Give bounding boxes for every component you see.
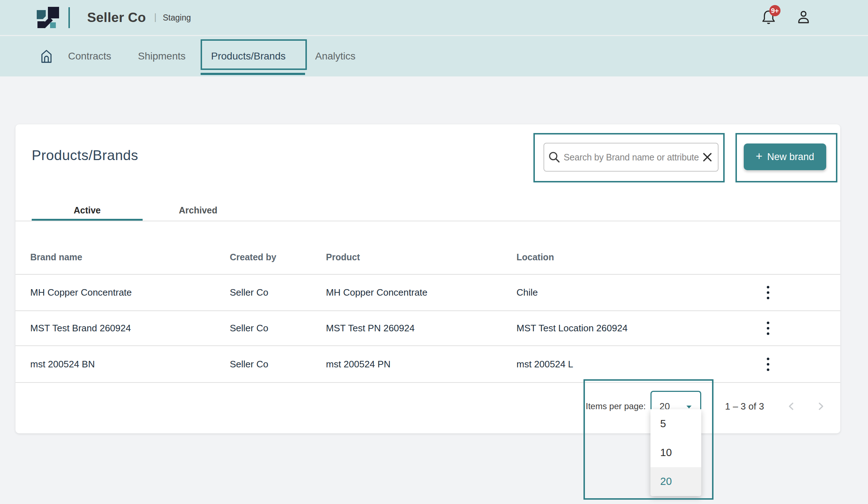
search-input[interactable] [564, 152, 702, 163]
menu-option-5[interactable]: 5 [650, 409, 701, 438]
cell-brand-name: mst 200524 BN [30, 359, 230, 370]
user-icon [796, 9, 811, 26]
row-actions-menu[interactable] [765, 319, 771, 337]
cell-created-by: Seller Co [230, 323, 326, 334]
caret-down-icon [686, 406, 692, 408]
tab-archived[interactable]: Archived [143, 199, 254, 221]
next-page-button[interactable] [815, 401, 826, 412]
tabs: Active Archived [32, 199, 254, 221]
search-box[interactable] [543, 143, 719, 172]
company-logo [36, 6, 60, 28]
nav-shipments[interactable]: Shipments [138, 36, 185, 76]
items-per-page-menu: 5 10 20 [650, 409, 701, 496]
cell-brand-name: MH Copper Concentrate [30, 287, 230, 298]
nav-analytics[interactable]: Analytics [315, 36, 355, 76]
cell-created-by: Seller Co [230, 287, 326, 298]
page-title: Products/Brands [32, 147, 138, 163]
active-nav-indicator [201, 73, 305, 75]
column-brand-name: Brand name [30, 252, 230, 262]
column-location: Location [516, 252, 747, 262]
nav-products-brands[interactable]: Products/Brands [211, 36, 286, 76]
row-actions-menu[interactable] [765, 284, 771, 301]
environment-label: Staging [163, 13, 191, 23]
app-root: Seller Co | Staging 9+ Contracts Shipmen… [0, 0, 868, 504]
clear-search-icon[interactable] [702, 152, 713, 163]
plus-icon: + [756, 150, 762, 163]
items-per-page-select[interactable]: 20 [650, 391, 701, 409]
cell-location: Chile [516, 287, 747, 298]
table-header: Brand name Created by Product Location [15, 221, 840, 275]
home-icon[interactable] [39, 48, 54, 64]
pagination-range: 1 – 3 of 3 [725, 401, 764, 412]
main-nav: Contracts Shipments Products/Brands Anal… [0, 36, 868, 76]
top-bar: Seller Co | Staging 9+ [0, 0, 868, 36]
new-brand-button[interactable]: + New brand [744, 143, 826, 170]
cell-location: mst 200524 L [516, 359, 747, 370]
cell-product: mst 200524 PN [326, 359, 516, 370]
menu-option-20[interactable]: 20 [650, 467, 701, 496]
new-brand-label: New brand [767, 151, 814, 163]
cell-product: MST Test PN 260924 [326, 323, 516, 334]
table-row: MH Copper Concentrate Seller Co MH Coppe… [15, 275, 840, 311]
cell-product: MH Copper Concentrate [326, 287, 516, 298]
table-row: MST Test Brand 260924 Seller Co MST Test… [15, 311, 840, 346]
products-brands-card: Products/Brands + New brand Active Archi… [15, 124, 840, 433]
nav-contracts[interactable]: Contracts [68, 36, 111, 76]
env-separator: | [154, 12, 157, 22]
tab-active[interactable]: Active [32, 199, 143, 221]
cell-created-by: Seller Co [230, 359, 326, 370]
items-per-page-label: Items per page: [586, 401, 646, 411]
pagination-bar: Items per page: 20 1 – 3 of 3 [15, 383, 840, 433]
menu-option-10[interactable]: 10 [650, 438, 701, 467]
account-button[interactable] [796, 9, 812, 26]
company-name: Seller Co [87, 10, 146, 25]
cell-brand-name: MST Test Brand 260924 [30, 323, 230, 334]
column-created-by: Created by [230, 252, 326, 262]
previous-page-button[interactable] [786, 401, 797, 412]
column-product: Product [326, 252, 516, 262]
brand-divider [68, 7, 70, 28]
row-actions-menu[interactable] [765, 355, 771, 373]
notifications-button[interactable]: 9+ [761, 9, 780, 29]
cell-location: MST Test Location 260924 [516, 323, 747, 334]
notification-badge: 9+ [769, 5, 780, 16]
search-icon [548, 151, 561, 164]
table-row: mst 200524 BN Seller Co mst 200524 PN ms… [15, 346, 840, 383]
